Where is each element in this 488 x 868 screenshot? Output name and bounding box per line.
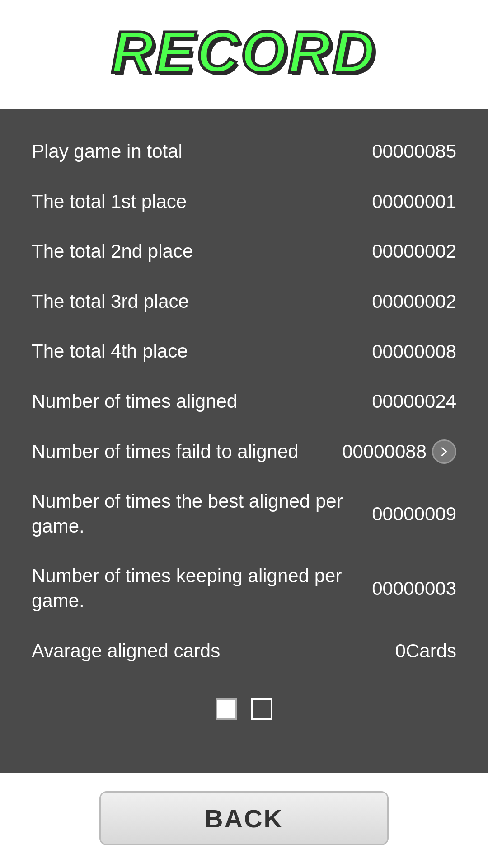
record-value-times-keeping-aligned: 00000003	[372, 578, 456, 599]
record-label-times-failed-aligned: Number of times faild to aligned	[32, 439, 342, 464]
record-label-times-aligned: Number of times aligned	[32, 389, 372, 414]
pagination-dot-1[interactable]	[251, 698, 272, 720]
record-label-times-keeping-aligned: Number of times keeping aligned per game…	[32, 564, 372, 613]
header: RECORD	[0, 0, 488, 108]
chevron-button-times-failed-aligned[interactable]	[432, 439, 456, 464]
record-row-average-aligned-cards: Avarage aligned cards0Cards	[32, 626, 456, 676]
record-label-total-1st-place: The total 1st place	[32, 189, 372, 214]
record-value-total-2nd-place: 00000002	[372, 241, 456, 262]
record-value-times-aligned: 00000024	[372, 391, 456, 412]
record-row-times-best-aligned: Number of times the best aligned per gam…	[32, 476, 456, 551]
record-value-average-aligned-cards: 0Cards	[395, 640, 456, 662]
record-value-times-best-aligned: 00000009	[372, 503, 456, 525]
pagination-dot-0[interactable]	[216, 698, 237, 720]
record-label-total-2nd-place: The total 2nd place	[32, 239, 372, 264]
record-row-total-1st-place: The total 1st place00000001	[32, 177, 456, 227]
record-value-times-failed-aligned: 00000088	[342, 441, 427, 462]
record-row-times-failed-aligned: Number of times faild to aligned00000088	[32, 427, 456, 477]
record-label-times-best-aligned: Number of times the best aligned per gam…	[32, 489, 372, 538]
record-value-total-1st-place: 00000001	[372, 191, 456, 212]
record-row-total-2nd-place: The total 2nd place00000002	[32, 226, 456, 277]
pagination	[32, 676, 456, 734]
record-row-times-aligned: Number of times aligned00000024	[32, 377, 456, 427]
record-label-average-aligned-cards: Avarage aligned cards	[32, 639, 395, 664]
record-label-total-4th-place: The total 4th place	[32, 339, 372, 364]
record-value-total-3rd-place: 00000002	[372, 291, 456, 312]
record-row-total-3rd-place: The total 3rd place00000002	[32, 277, 456, 327]
record-label-total-3rd-place: The total 3rd place	[32, 289, 372, 314]
record-row-total-4th-place: The total 4th place00000008	[32, 326, 456, 377]
page-title: RECORD	[111, 18, 376, 86]
footer: BACK	[0, 773, 488, 868]
content-area: Play game in total00000085The total 1st …	[0, 108, 488, 773]
record-value-total-4th-place: 00000008	[372, 341, 456, 363]
record-value-play-game-total: 00000085	[372, 141, 456, 162]
record-label-play-game-total: Play game in total	[32, 139, 372, 164]
back-button[interactable]: BACK	[99, 791, 389, 845]
record-row-play-game-total: Play game in total00000085	[32, 127, 456, 177]
record-row-times-keeping-aligned: Number of times keeping aligned per game…	[32, 551, 456, 626]
